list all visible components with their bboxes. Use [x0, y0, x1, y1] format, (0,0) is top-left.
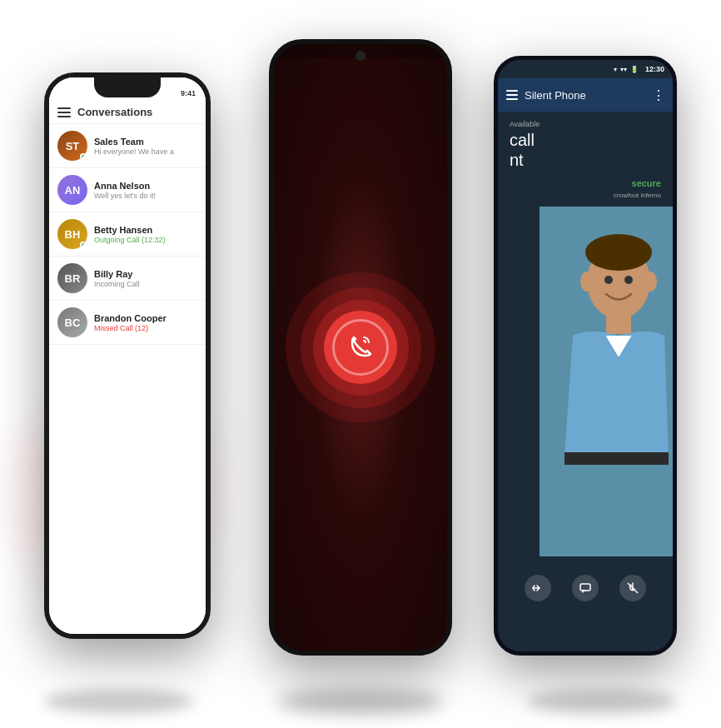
- conv-text: Billy Ray Incoming Call: [94, 269, 197, 288]
- battery-icon: 🔋: [630, 66, 639, 73]
- call-actions: [498, 575, 673, 601]
- svg-rect-9: [580, 584, 590, 591]
- middle-phone: [269, 39, 452, 656]
- call-screen: Available call nt secure crowfoot infern…: [498, 112, 673, 651]
- online-dot: [80, 242, 87, 248]
- list-item[interactable]: ST Sales Team Hi everyone! We have a: [49, 124, 206, 168]
- list-item[interactable]: BC Brandon Cooper Missed Call (12): [49, 301, 206, 345]
- svg-point-7: [624, 276, 633, 284]
- svg-rect-8: [564, 452, 669, 465]
- mute-icon: [626, 581, 639, 595]
- right-status-bar: ▾ ▾▾ 🔋 12:30: [498, 60, 673, 78]
- menu-icon-wrap: [57, 107, 77, 117]
- conv-sub: Incoming Call: [94, 280, 197, 288]
- conversations-header: Conversations: [49, 101, 206, 124]
- left-phone: 9:41 Conversations ST: [44, 72, 211, 639]
- conversations-title: Conversations: [77, 106, 197, 118]
- menu-icon[interactable]: [57, 107, 71, 117]
- middle-phone-screen: [274, 44, 447, 651]
- conv-text: Brandon Cooper Missed Call (12): [94, 313, 197, 332]
- conv-name: Betty Hansen: [94, 225, 197, 235]
- conv-text: Sales Team Hi everyone! We have a: [94, 137, 197, 156]
- conv-sub: Hi everyone! We have a: [94, 147, 197, 156]
- hamburger-menu[interactable]: [506, 90, 518, 100]
- ripple-container: [286, 272, 435, 422]
- conv-name: Anna Nelson: [94, 181, 197, 191]
- online-dot: [80, 153, 87, 160]
- right-phone: ▾ ▾▾ 🔋 12:30 Silent Phone ⋮ Available ca…: [494, 56, 677, 656]
- svg-point-6: [604, 276, 613, 284]
- avatar: BR: [57, 263, 87, 293]
- transfer-button[interactable]: [525, 575, 551, 601]
- right-app-bar: Silent Phone ⋮: [498, 78, 673, 112]
- left-phone-screen: 9:41 Conversations ST: [49, 77, 206, 634]
- conv-sub: Well yes let's do it!: [94, 192, 197, 200]
- list-item[interactable]: BH Betty Hansen Outgoing Call (12:32): [49, 212, 206, 257]
- list-item[interactable]: AN Anna Nelson Well yes let's do it!: [49, 168, 206, 212]
- shadow-right: [527, 689, 677, 714]
- person-photo: [540, 112, 673, 651]
- avatar: BC: [57, 307, 87, 337]
- shadow-mid: [277, 689, 444, 714]
- list-item[interactable]: BR Billy Ray Incoming Call: [49, 257, 206, 301]
- phone-svg-icon: [346, 332, 375, 362]
- svg-point-3: [580, 272, 594, 292]
- notch: [94, 77, 161, 97]
- signal-icon: ▾▾: [620, 66, 627, 73]
- svg-point-4: [644, 272, 657, 292]
- avatar: ST: [57, 131, 87, 161]
- more-dots-icon[interactable]: ⋮: [652, 87, 664, 103]
- svg-rect-5: [606, 313, 631, 334]
- right-time: 12:30: [645, 65, 664, 73]
- message-icon: [579, 581, 592, 595]
- person-svg: [540, 112, 673, 651]
- right-phone-screen: ▾ ▾▾ 🔋 12:30 Silent Phone ⋮ Available ca…: [498, 60, 673, 651]
- conv-text: Anna Nelson Well yes let's do it!: [94, 181, 197, 200]
- shadow-left: [44, 689, 194, 714]
- left-time: 9:41: [181, 89, 196, 97]
- conv-sub-red: Missed Call (12): [94, 324, 197, 332]
- camera: [356, 51, 365, 61]
- mute-button[interactable]: [619, 575, 646, 601]
- avatar: AN: [57, 175, 87, 205]
- message-button[interactable]: [572, 575, 599, 601]
- call-icon-inner: [332, 319, 389, 376]
- call-icon-circle[interactable]: [324, 311, 397, 384]
- right-app-title: Silent Phone: [525, 89, 645, 102]
- wifi-icon: ▾: [614, 66, 617, 73]
- conversations-list: ST Sales Team Hi everyone! We have a AN …: [49, 124, 206, 345]
- conv-sub-green: Outgoing Call (12:32): [94, 236, 197, 244]
- conv-name: Brandon Cooper: [94, 313, 197, 323]
- avatar: BH: [57, 219, 87, 249]
- scene: 9:41 Conversations ST: [27, 22, 694, 706]
- svg-point-2: [585, 234, 652, 271]
- conv-name: Billy Ray: [94, 269, 197, 279]
- conv-text: Betty Hansen Outgoing Call (12:32): [94, 225, 197, 244]
- conv-name: Sales Team: [94, 137, 197, 147]
- transfer-icon: [531, 581, 544, 595]
